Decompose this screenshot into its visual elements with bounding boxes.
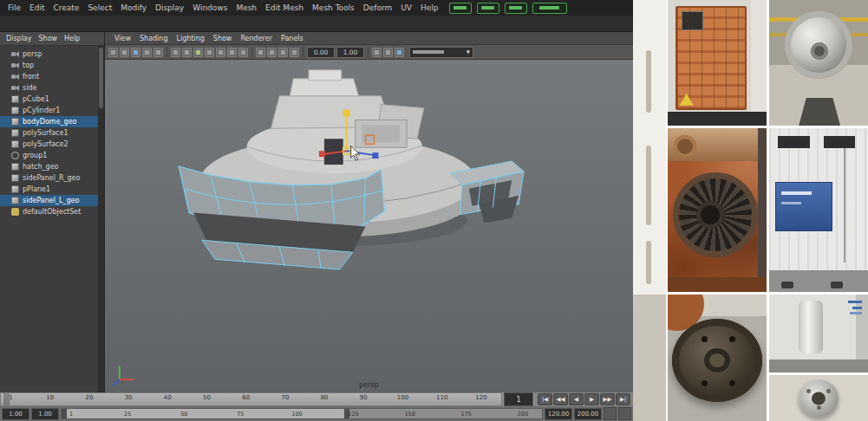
- snap-toggle-2[interactable]: [477, 3, 499, 14]
- time-slider[interactable]: 1102030405060708090100110120: [0, 392, 502, 406]
- outliner-item-group1[interactable]: group1: [0, 150, 104, 161]
- viewport-tool-icon[interactable]: [290, 48, 299, 57]
- viewport-tool-icon[interactable]: [120, 48, 129, 57]
- outliner-menu-help[interactable]: Help: [61, 35, 83, 42]
- frame-tick-label: 40: [164, 394, 172, 401]
- go-to-start-icon[interactable]: |◀: [538, 393, 552, 405]
- exposure-field[interactable]: 0.00: [307, 47, 335, 58]
- 3d-scene[interactable]: [105, 60, 633, 392]
- menu-display[interactable]: Display: [151, 0, 188, 16]
- auto-key-button[interactable]: [604, 407, 617, 420]
- viewport-menu-shading[interactable]: Shading: [135, 35, 173, 42]
- viewport-tool-icon[interactable]: [205, 48, 214, 57]
- reference-image-panel: [633, 0, 868, 421]
- viewport-tool-icon[interactable]: [131, 48, 140, 57]
- outliner-menu-display[interactable]: Display: [3, 35, 36, 42]
- snap-toggle-3[interactable]: [505, 3, 527, 14]
- range-start-handle[interactable]: [62, 409, 67, 418]
- animation-start-field[interactable]: 1.00: [2, 408, 29, 420]
- menu-mesh[interactable]: Mesh: [232, 0, 261, 16]
- viewport-tool-icon[interactable]: [142, 48, 152, 57]
- viewport-tool-icon[interactable]: [171, 48, 180, 57]
- outliner-item-polysurface2[interactable]: polySurface2: [0, 139, 104, 150]
- viewport-dropdown[interactable]: ▼: [409, 47, 473, 58]
- outliner-item-side[interactable]: side: [0, 82, 104, 94]
- viewport-tool-icon[interactable]: [153, 48, 163, 57]
- outliner-item-top[interactable]: top: [0, 60, 104, 71]
- menu-edit[interactable]: Edit: [25, 0, 49, 16]
- metal-flywheel-part-photo: [769, 0, 868, 126]
- viewport-tool-icon[interactable]: [383, 48, 393, 57]
- outliner-item-pcube1[interactable]: pCube1: [0, 94, 104, 105]
- viewport-tool-icon[interactable]: [238, 48, 248, 57]
- viewport-tool-icon[interactable]: [182, 48, 192, 57]
- snap-toggle-1[interactable]: [449, 3, 472, 14]
- viewport-tool-icon[interactable]: [227, 48, 237, 57]
- viewport-tool-icon[interactable]: [395, 48, 404, 57]
- frame-tick-label: 30: [125, 394, 133, 401]
- menu-modify[interactable]: Modify: [116, 0, 151, 16]
- screen: FileEditCreateSelectModifyDisplayWindows…: [0, 0, 868, 421]
- step-back-icon[interactable]: ◀◀: [553, 393, 568, 405]
- go-to-end-icon[interactable]: ▶|: [616, 393, 630, 405]
- outliner-item-hatch-geo[interactable]: hatch_geo: [0, 161, 104, 172]
- menu-create[interactable]: Create: [49, 0, 84, 16]
- outliner-menu-show[interactable]: Show: [36, 35, 62, 42]
- playback-end-field[interactable]: 120.00: [545, 408, 572, 420]
- outliner-item-defaultobjectset[interactable]: defaultObjectSet: [0, 206, 104, 217]
- mesh-icon: [11, 129, 19, 137]
- outliner-item-sidepanel-l-geo[interactable]: sidePanel_L_geo: [0, 195, 104, 206]
- outliner-scrollbar[interactable]: [98, 46, 104, 392]
- chevron-down-icon: ▼: [466, 49, 470, 55]
- frame-tick-label: 80: [321, 394, 329, 401]
- menu-edit-mesh[interactable]: Edit Mesh: [261, 0, 308, 16]
- outliner-item-bodydome-geo[interactable]: bodyDome_geo: [0, 116, 104, 127]
- gamma-field[interactable]: 1.00: [336, 47, 364, 58]
- outliner-scrollbar-thumb[interactable]: [99, 48, 103, 108]
- viewport-tool-icon[interactable]: [267, 48, 277, 57]
- outliner-item-front[interactable]: front: [0, 71, 104, 82]
- viewport-menu-view[interactable]: View: [110, 35, 135, 42]
- viewport-tool-icons: [372, 48, 404, 57]
- animation-end-field[interactable]: 200.00: [574, 408, 602, 420]
- workspace-toggle[interactable]: [532, 3, 567, 14]
- viewport-menu-lighting[interactable]: Lighting: [172, 35, 208, 42]
- viewport-tool-icon[interactable]: [278, 48, 288, 57]
- separator: [251, 47, 252, 57]
- viewport-tool-icon[interactable]: [372, 48, 382, 57]
- viewport-tool-icon[interactable]: [256, 48, 265, 57]
- step-forward-icon[interactable]: ▶▶: [600, 393, 615, 405]
- outliner-item-polysurface1[interactable]: polySurface1: [0, 127, 104, 139]
- menu-mesh-tools[interactable]: Mesh Tools: [308, 0, 359, 16]
- current-frame-field[interactable]: 1: [504, 392, 533, 406]
- menu-select[interactable]: Select: [83, 0, 116, 16]
- outliner-item-pplane1[interactable]: pPlane1: [0, 184, 104, 195]
- frame-tick-label: 60: [242, 394, 250, 401]
- play-forward-icon[interactable]: ▶: [584, 393, 599, 405]
- play-backward-icon[interactable]: ◀: [569, 393, 584, 405]
- outliner-tree: persptopfrontsidepCube1pCylinder1bodyDom…: [0, 46, 104, 392]
- scene-view[interactable]: persp: [105, 60, 633, 392]
- range-tick-label: 200: [518, 411, 528, 418]
- outliner-panel: DisplayShowHelp persptopfrontsidepCube1p…: [0, 32, 105, 392]
- viewport-menu-show[interactable]: Show: [209, 35, 237, 42]
- camera-icon: [11, 62, 19, 69]
- outliner-item-pcylinder1[interactable]: pCylinder1: [0, 105, 104, 116]
- menu-windows[interactable]: Windows: [188, 0, 232, 16]
- viewport-tool-icon[interactable]: [108, 48, 118, 57]
- vertical-caption-placeholder: [646, 146, 651, 225]
- outliner-item-sidepanel-r-geo[interactable]: sidePanel_R_geo: [0, 172, 104, 184]
- playback-range[interactable]: [62, 409, 349, 418]
- outliner-item-persp[interactable]: persp: [0, 49, 104, 60]
- menu-deform[interactable]: Deform: [359, 0, 396, 16]
- menu-file[interactable]: File: [3, 0, 25, 16]
- playback-start-field[interactable]: 1.00: [31, 408, 59, 420]
- viewport-menu-panels[interactable]: Panels: [277, 35, 308, 42]
- range-slider[interactable]: 1255075100125150175200: [61, 408, 543, 419]
- menu-uv[interactable]: UV: [396, 0, 416, 16]
- viewport-tool-icon[interactable]: [193, 48, 203, 57]
- viewport-tool-icon[interactable]: [216, 48, 225, 57]
- menu-help[interactable]: Help: [416, 0, 443, 16]
- preferences-button[interactable]: [618, 407, 631, 420]
- viewport-menu-renderer[interactable]: Renderer: [236, 35, 277, 42]
